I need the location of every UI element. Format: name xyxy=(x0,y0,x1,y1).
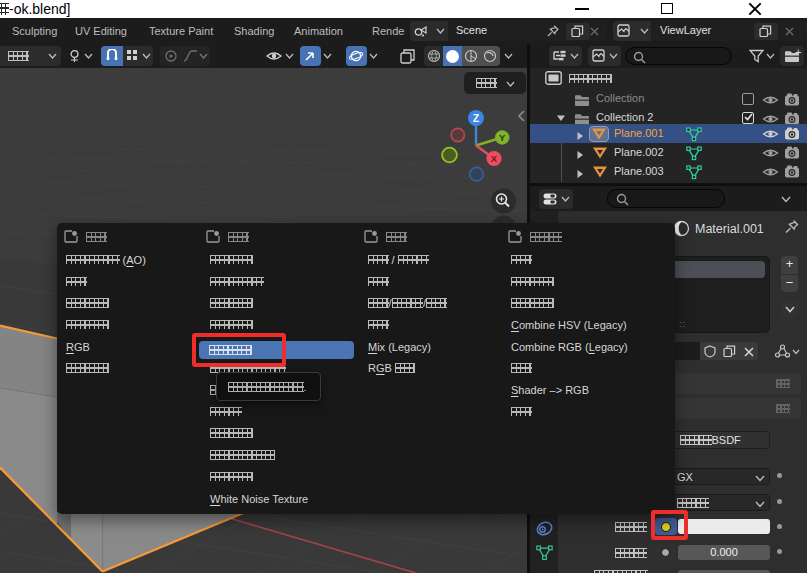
svg-text:Z: Z xyxy=(473,113,479,124)
svg-text:Y: Y xyxy=(499,132,506,143)
svg-text:X: X xyxy=(491,153,498,164)
